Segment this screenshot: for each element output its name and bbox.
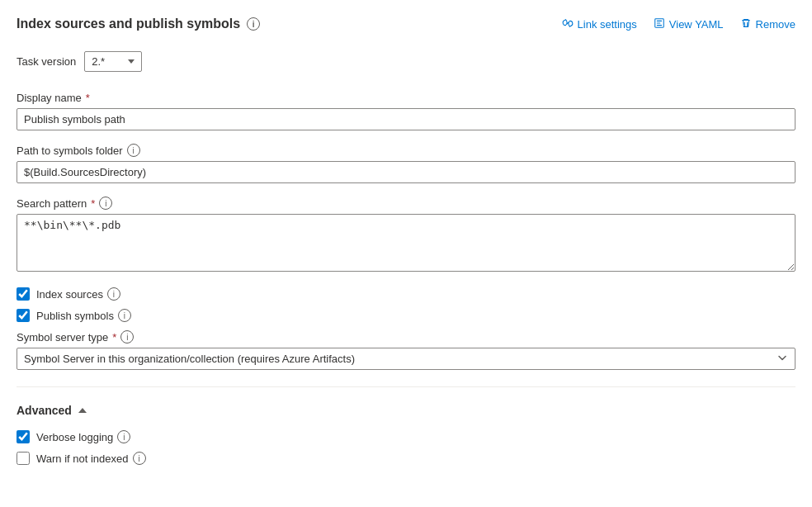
path-symbols-label: Path to symbols folder i [17, 144, 795, 157]
advanced-label: Advanced [17, 404, 72, 417]
verbose-logging-info-icon[interactable]: i [117, 430, 130, 443]
display-name-input[interactable] [17, 108, 795, 130]
display-name-label: Display name * [17, 92, 795, 104]
yaml-icon [654, 17, 665, 31]
view-yaml-label: View YAML [669, 18, 724, 31]
publish-symbols-info-icon[interactable]: i [118, 309, 131, 322]
symbol-server-type-info-icon[interactable]: i [120, 330, 134, 344]
index-sources-info-icon[interactable]: i [107, 287, 120, 301]
display-name-group: Display name * [17, 92, 795, 130]
link-icon [562, 17, 574, 31]
task-version-chevron-icon [128, 59, 135, 64]
task-version-select[interactable]: 2.* [84, 51, 142, 72]
path-symbols-group: Path to symbols folder i [17, 144, 795, 183]
symbol-server-type-required: * [112, 331, 116, 344]
remove-label: Remove [756, 18, 795, 31]
index-sources-label[interactable]: Index sources i [36, 287, 120, 301]
path-symbols-info-icon[interactable]: i [127, 144, 140, 157]
advanced-divider [17, 386, 795, 387]
verbose-logging-label[interactable]: Verbose logging i [36, 430, 130, 443]
publish-symbols-row: Publish symbols i [17, 309, 795, 322]
warn-not-indexed-row: Warn if not indexed i [17, 452, 795, 465]
index-sources-checkbox[interactable] [17, 287, 30, 301]
header-actions: Link settings View YAML Remove [562, 17, 795, 31]
publish-symbols-label[interactable]: Publish symbols i [36, 309, 131, 322]
search-pattern-textarea[interactable] [17, 214, 795, 272]
display-name-required: * [86, 92, 90, 104]
remove-icon [740, 17, 752, 31]
task-version-label: Task version [17, 55, 76, 68]
symbol-server-type-select-wrapper: Symbol Server in this organization/colle… [17, 348, 795, 370]
search-pattern-info-icon[interactable]: i [99, 197, 112, 210]
search-pattern-group: Search pattern * i [17, 197, 795, 274]
path-symbols-input[interactable] [17, 161, 795, 183]
page-title-group: Index sources and publish symbols i [17, 17, 260, 31]
warn-not-indexed-label[interactable]: Warn if not indexed i [36, 452, 146, 465]
symbol-server-type-select[interactable]: Symbol Server in this organization/colle… [17, 348, 795, 370]
advanced-header[interactable]: Advanced [17, 404, 795, 417]
advanced-collapse-icon [78, 408, 87, 413]
link-settings-label: Link settings [578, 18, 637, 31]
symbol-server-type-label: Symbol server type * i [17, 330, 795, 344]
title-info-icon[interactable]: i [247, 17, 260, 31]
warn-not-indexed-info-icon[interactable]: i [133, 452, 146, 465]
publish-symbols-checkbox[interactable] [17, 309, 30, 322]
page-title: Index sources and publish symbols [17, 17, 240, 31]
verbose-logging-row: Verbose logging i [17, 430, 795, 443]
page-header: Index sources and publish symbols i Link… [17, 17, 795, 31]
symbol-server-type-group: Symbol server type * i Symbol Server in … [17, 330, 795, 370]
verbose-logging-checkbox[interactable] [17, 430, 30, 443]
view-yaml-button[interactable]: View YAML [654, 17, 724, 31]
remove-button[interactable]: Remove [740, 17, 795, 31]
task-version-row: Task version 2.* [17, 51, 795, 72]
link-settings-button[interactable]: Link settings [562, 17, 637, 31]
search-pattern-required: * [91, 197, 95, 210]
index-sources-row: Index sources i [17, 287, 795, 301]
warn-not-indexed-checkbox[interactable] [17, 452, 30, 465]
task-version-value: 2.* [92, 55, 105, 68]
search-pattern-label: Search pattern * i [17, 197, 795, 210]
